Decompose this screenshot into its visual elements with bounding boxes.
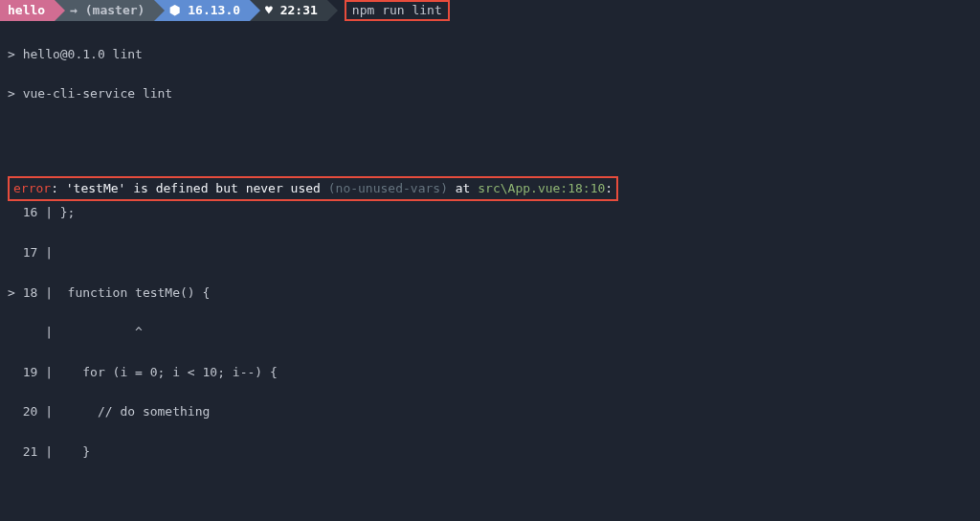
terminal-output[interactable]: > hello@0.1.0 lint > vue-cli-service lin… (0, 21, 980, 521)
prompt-bar: hello → (master) ⬢ 16.13.0 ♥ 22:31 npm r… (0, 0, 980, 21)
prompt-segment-time: ♥ 22:31 (250, 0, 327, 21)
error-highlight-box: error: 'testMe' is defined but never use… (8, 176, 618, 202)
code-line: 20 | // do something (8, 402, 972, 422)
code-line: 16 | }; (8, 203, 972, 223)
error-message: : 'testMe' is defined but never used (51, 181, 328, 195)
command-highlight-box: npm run lint (345, 0, 450, 21)
error-location: src\App.vue:18:10 (478, 181, 605, 195)
code-line: > 18 | function testMe() { (8, 283, 972, 304)
prompt-segment-dir: hello (0, 0, 55, 21)
prompt-segment-branch: → (master) (55, 0, 154, 21)
output-line: > hello@0.1.0 lint (8, 45, 972, 65)
error-at: at (448, 181, 478, 195)
code-line: 17 | (8, 243, 972, 263)
error-colon: : (605, 181, 612, 195)
output-line: > vue-cli-service lint (8, 84, 972, 104)
error-rule: (no-unused-vars) (328, 181, 448, 195)
error-label: error (13, 181, 51, 195)
command-text[interactable]: npm run lint (352, 1, 442, 21)
prompt-segment-node: ⬢ 16.13.0 (154, 0, 250, 21)
code-caret: | ^ (8, 323, 972, 343)
code-line: 19 | for (i = 0; i < 10; i--) { (8, 363, 972, 383)
code-line: 21 | } (8, 442, 972, 463)
